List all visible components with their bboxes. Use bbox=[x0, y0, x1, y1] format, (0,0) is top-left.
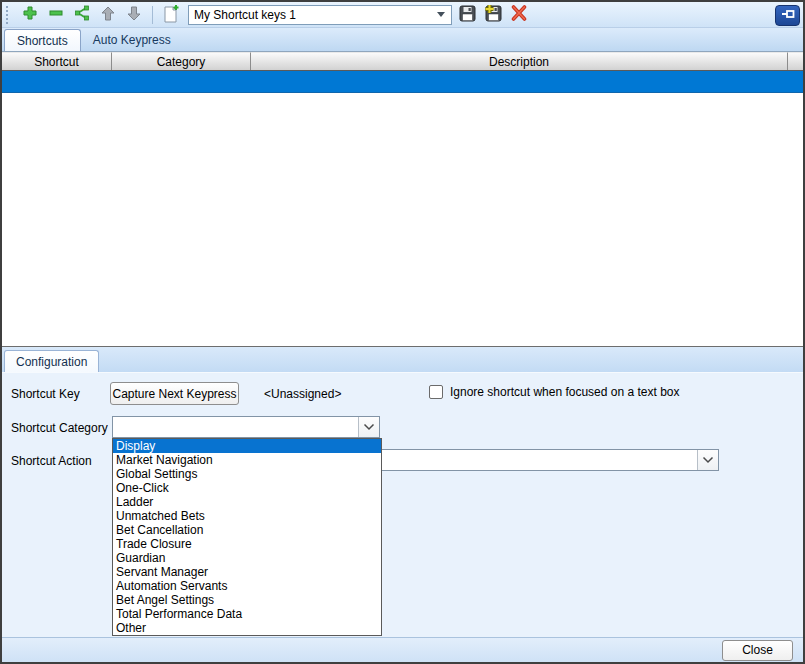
grid-header: Shortcut Category Description bbox=[2, 52, 803, 71]
grid-body[interactable] bbox=[2, 93, 803, 346]
new-file-plus-icon bbox=[162, 4, 180, 26]
floppy-disk-icon bbox=[459, 5, 476, 25]
ignore-shortcut-checkbox[interactable] bbox=[429, 385, 443, 399]
category-option[interactable]: Bet Cancellation bbox=[113, 523, 381, 537]
configuration-tabstrip: Configuration bbox=[2, 347, 803, 372]
column-header-filler bbox=[788, 52, 803, 70]
tab-shortcuts[interactable]: Shortcuts bbox=[4, 29, 81, 51]
column-header-shortcut[interactable]: Shortcut bbox=[2, 52, 112, 70]
category-option[interactable]: Trade Closure bbox=[113, 537, 381, 551]
pin-button[interactable] bbox=[775, 5, 800, 26]
shortcut-action-label: Shortcut Action bbox=[11, 454, 92, 468]
tab-auto-keypress[interactable]: Auto Keypress bbox=[81, 29, 183, 51]
red-x-icon bbox=[510, 5, 528, 24]
shortcut-key-value: <Unassigned> bbox=[264, 387, 341, 401]
shortcut-category-label: Shortcut Category bbox=[11, 421, 108, 435]
floppy-disk-plus-icon bbox=[485, 5, 502, 25]
category-option[interactable]: Automation Servants bbox=[113, 579, 381, 593]
toolbar-grip[interactable] bbox=[6, 6, 11, 24]
tab-configuration[interactable]: Configuration bbox=[4, 350, 99, 372]
category-option[interactable]: Bet Angel Settings bbox=[113, 593, 381, 607]
profile-selector-value: My Shortcut keys 1 bbox=[194, 8, 437, 22]
shortcut-category-dropdown-button[interactable] bbox=[358, 417, 379, 437]
share-button[interactable] bbox=[71, 4, 93, 26]
top-tabstrip: Shortcuts Auto Keypress bbox=[2, 28, 803, 52]
capture-next-keypress-button[interactable]: Capture Next Keypress bbox=[110, 382, 239, 405]
shortcuts-grid: Shortcut Category Description bbox=[2, 52, 803, 347]
category-option[interactable]: One-Click bbox=[113, 481, 381, 495]
move-up-button[interactable] bbox=[97, 4, 119, 26]
tab-configuration-label: Configuration bbox=[16, 355, 87, 369]
shortcut-key-label: Shortcut Key bbox=[11, 387, 80, 401]
plus-icon bbox=[22, 5, 38, 24]
delete-button[interactable] bbox=[508, 4, 530, 26]
category-option[interactable]: Servant Manager bbox=[113, 565, 381, 579]
category-option[interactable]: Unmatched Bets bbox=[113, 509, 381, 523]
chevron-down-icon bbox=[437, 12, 445, 17]
share-icon bbox=[74, 5, 90, 24]
add-button[interactable] bbox=[19, 4, 41, 26]
configuration-panel: Shortcut Key Capture Next Keypress <Unas… bbox=[2, 372, 803, 637]
save-button[interactable] bbox=[456, 4, 478, 26]
toolbar-separator bbox=[152, 6, 153, 24]
category-option[interactable]: Display bbox=[113, 439, 381, 453]
selected-row[interactable] bbox=[2, 71, 803, 93]
minus-icon bbox=[48, 5, 64, 24]
chevron-down-icon bbox=[702, 456, 714, 464]
shortcut-keys-window: My Shortcut keys 1 bbox=[0, 0, 805, 664]
shortcut-action-dropdown-button[interactable] bbox=[697, 450, 718, 470]
category-option[interactable]: Ladder bbox=[113, 495, 381, 509]
close-button[interactable]: Close bbox=[722, 640, 793, 661]
move-down-button[interactable] bbox=[123, 4, 145, 26]
tab-shortcuts-label: Shortcuts bbox=[17, 34, 68, 48]
category-option[interactable]: Guardian bbox=[113, 551, 381, 565]
remove-button[interactable] bbox=[45, 4, 67, 26]
column-header-description[interactable]: Description bbox=[251, 52, 788, 70]
up-arrow-icon bbox=[101, 6, 115, 24]
chevron-down-icon bbox=[363, 423, 375, 431]
tab-auto-keypress-label: Auto Keypress bbox=[93, 33, 171, 47]
category-dropdown-list: Display Market Navigation Global Setting… bbox=[112, 438, 382, 636]
shortcut-category-combobox[interactable] bbox=[112, 416, 380, 438]
ignore-shortcut-label: Ignore shortcut when focused on a text b… bbox=[450, 385, 679, 399]
profile-selector[interactable]: My Shortcut keys 1 bbox=[188, 5, 452, 25]
bottom-bar: Close bbox=[2, 637, 803, 662]
ignore-shortcut-row: Ignore shortcut when focused on a text b… bbox=[429, 385, 679, 399]
category-option[interactable]: Other bbox=[113, 621, 381, 635]
category-option[interactable]: Global Settings bbox=[113, 467, 381, 481]
pin-dock-icon bbox=[781, 8, 795, 23]
down-arrow-icon bbox=[127, 6, 141, 24]
category-option[interactable]: Market Navigation bbox=[113, 453, 381, 467]
category-option[interactable]: Total Performance Data bbox=[113, 607, 381, 621]
toolbar: My Shortcut keys 1 bbox=[2, 2, 803, 28]
column-header-category[interactable]: Category bbox=[112, 52, 251, 70]
new-profile-button[interactable] bbox=[160, 4, 182, 26]
save-as-button[interactable] bbox=[482, 4, 504, 26]
